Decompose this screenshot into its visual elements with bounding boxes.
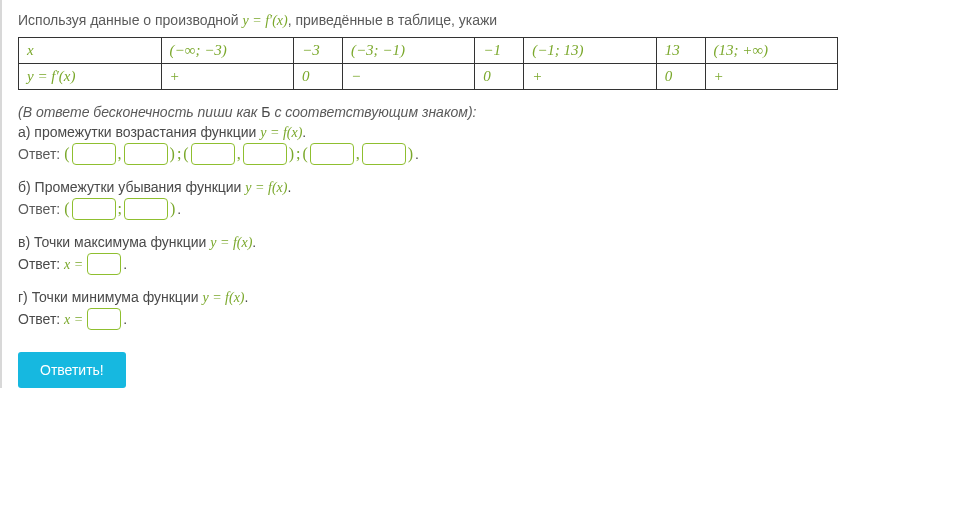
answer-x-eq: Ответ: x = xyxy=(18,256,83,273)
part-d-answer: Ответ: x = . xyxy=(18,308,938,330)
intro-text: Используя данные о производной y = f′(x)… xyxy=(18,12,938,29)
part-b-prefix: б) Промежутки убывания функции xyxy=(18,179,245,195)
answer-label: Ответ: xyxy=(18,146,60,162)
hint-b: Б xyxy=(261,104,270,120)
period: . xyxy=(123,311,127,327)
paren-close: ) xyxy=(408,145,413,163)
part-d-prefix: г) Точки минимума функции xyxy=(18,289,202,305)
paren-open: ( xyxy=(183,145,188,163)
hint-prefix: (В ответе бесконечность пиши как xyxy=(18,104,261,120)
input-d[interactable] xyxy=(87,308,121,330)
input-a2-to[interactable] xyxy=(243,143,287,165)
paren-open: ( xyxy=(302,145,307,163)
part-c-text: в) Точки максимума функции y = f(x). xyxy=(18,234,938,251)
period: . xyxy=(177,201,181,217)
cell-sign: + xyxy=(524,64,656,90)
part-b-answer: Ответ: ( ; ). xyxy=(18,198,938,220)
part-a-prefix: а) промежутки возрастания функции xyxy=(18,124,260,140)
comma: , xyxy=(118,145,122,163)
cell-interval: (−∞; −3) xyxy=(161,38,293,64)
cell-sign: + xyxy=(161,64,293,90)
part-d-text: г) Точки минимума функции y = f(x). xyxy=(18,289,938,306)
period: . xyxy=(415,146,419,162)
input-a3-from[interactable] xyxy=(310,143,354,165)
fx-math: y = f(x) xyxy=(245,180,287,195)
paren-close: ) xyxy=(170,145,175,163)
input-c[interactable] xyxy=(87,253,121,275)
intro-math: y = f′(x) xyxy=(243,13,288,28)
cell-sign: 0 xyxy=(656,64,705,90)
intro-prefix: Используя данные о производной xyxy=(18,12,243,28)
hint-suffix: с соответствующим знаком): xyxy=(271,104,477,120)
paren-open: ( xyxy=(64,200,69,218)
cell-point: −3 xyxy=(294,38,343,64)
input-b-to[interactable] xyxy=(124,198,168,220)
table-row: y = f′(x) + 0 − 0 + 0 + xyxy=(19,64,838,90)
input-a1-to[interactable] xyxy=(124,143,168,165)
part-b-text: б) Промежутки убывания функции y = f(x). xyxy=(18,179,938,196)
derivative-table: x (−∞; −3) −3 (−3; −1) −1 (−1; 13) 13 (1… xyxy=(18,37,838,90)
fx-math: y = f(x) xyxy=(202,290,244,305)
intro-suffix: , приведённые в таблице, укажи xyxy=(288,12,497,28)
comma: , xyxy=(356,145,360,163)
comma: , xyxy=(237,145,241,163)
cell-point: 13 xyxy=(656,38,705,64)
part-a-text: а) промежутки возрастания функции y = f(… xyxy=(18,124,938,141)
paren-open: ( xyxy=(64,145,69,163)
semicolon: ; xyxy=(177,145,181,163)
semicolon-sep: ; xyxy=(118,200,122,218)
cell-x-label: x xyxy=(19,38,162,64)
paren-close: ) xyxy=(170,200,175,218)
cell-sign: − xyxy=(342,64,474,90)
input-b-from[interactable] xyxy=(72,198,116,220)
input-a3-to[interactable] xyxy=(362,143,406,165)
table-row: x (−∞; −3) −3 (−3; −1) −1 (−1; 13) 13 (1… xyxy=(19,38,838,64)
cell-sign: 0 xyxy=(475,64,524,90)
cell-y-label: y = f′(x) xyxy=(19,64,162,90)
input-a2-from[interactable] xyxy=(191,143,235,165)
semicolon: ; xyxy=(296,145,300,163)
cell-sign: + xyxy=(705,64,837,90)
cell-sign: 0 xyxy=(294,64,343,90)
part-c-answer: Ответ: x = . xyxy=(18,253,938,275)
fx-math: y = f(x) xyxy=(210,235,252,250)
answer-x-eq: Ответ: x = xyxy=(18,311,83,328)
fx-math: y = f(x) xyxy=(260,125,302,140)
answer-label: Ответ: xyxy=(18,201,60,217)
paren-close: ) xyxy=(289,145,294,163)
part-c-prefix: в) Точки максимума функции xyxy=(18,234,210,250)
cell-point: −1 xyxy=(475,38,524,64)
input-a1-from[interactable] xyxy=(72,143,116,165)
part-a-answer: Ответ: ( , ); ( , ); ( , ). xyxy=(18,143,938,165)
cell-interval: (−1; 13) xyxy=(524,38,656,64)
hint-text: (В ответе бесконечность пиши как Б с соо… xyxy=(18,104,938,120)
submit-button[interactable]: Ответить! xyxy=(18,352,126,388)
cell-interval: (13; +∞) xyxy=(705,38,837,64)
cell-interval: (−3; −1) xyxy=(342,38,474,64)
period: . xyxy=(123,256,127,272)
